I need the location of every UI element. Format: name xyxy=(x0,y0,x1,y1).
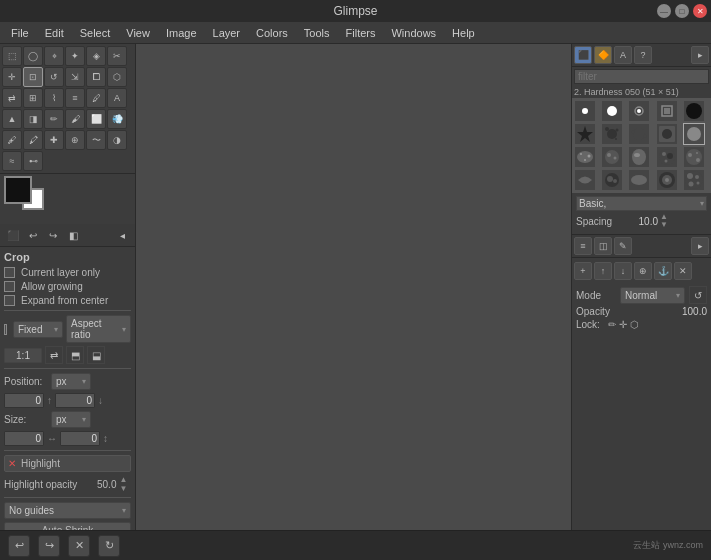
duplicate-layer-btn[interactable]: ⊕ xyxy=(634,262,652,280)
lock-alpha-icon[interactable]: ⬡ xyxy=(630,319,639,330)
tool-paths[interactable]: 🖊 xyxy=(86,88,106,108)
new-layer-btn[interactable]: + xyxy=(574,262,592,280)
brush-cell[interactable] xyxy=(601,169,623,191)
tool-shear[interactable]: ⧠ xyxy=(86,67,106,87)
delete-status-button[interactable]: ✕ xyxy=(68,535,90,557)
tool-text[interactable]: A xyxy=(107,88,127,108)
tool-eraser[interactable]: ⬜ xyxy=(86,109,106,129)
redo-button[interactable]: ↪ xyxy=(44,226,62,244)
ratio-input[interactable]: 1:1 xyxy=(4,348,42,363)
pos-y-input[interactable] xyxy=(55,393,95,408)
current-layer-checkbox[interactable] xyxy=(4,267,15,278)
brush-cell[interactable] xyxy=(601,100,623,122)
brush-cell[interactable] xyxy=(656,169,678,191)
brush-cell[interactable] xyxy=(683,146,705,168)
menu-file[interactable]: File xyxy=(4,25,36,41)
tool-perspective[interactable]: ⬡ xyxy=(107,67,127,87)
pos-x-input[interactable] xyxy=(4,393,44,408)
lock-pixels-icon[interactable]: ✏ xyxy=(608,319,616,330)
canvas-area[interactable] xyxy=(136,44,571,530)
paths-icon-btn[interactable]: ✎ xyxy=(614,237,632,255)
tool-mybrush[interactable]: 🖍 xyxy=(23,130,43,150)
delete-layer-btn[interactable]: ✕ xyxy=(674,262,692,280)
tool-clone[interactable]: ⊕ xyxy=(65,130,85,150)
brushes-icon-btn[interactable]: ⬛ xyxy=(574,46,592,64)
tool-flip[interactable]: ⇄ xyxy=(2,88,22,108)
brush-cell-selected[interactable] xyxy=(683,123,705,145)
maximize-button[interactable]: □ xyxy=(675,4,689,18)
redo-status-button[interactable]: ↪ xyxy=(38,535,60,557)
category-dropdown[interactable]: Basic, ▾ xyxy=(576,196,707,211)
fonts-icon-btn[interactable]: A xyxy=(614,46,632,64)
lock-position-icon[interactable]: ✛ xyxy=(619,319,627,330)
menu-select[interactable]: Select xyxy=(73,25,118,41)
anchor-layer-btn[interactable]: ⚓ xyxy=(654,262,672,280)
brush-cell[interactable] xyxy=(683,100,705,122)
tool-ink[interactable]: 🖋 xyxy=(2,130,22,150)
brush-cell[interactable] xyxy=(574,123,596,145)
brush-cell[interactable] xyxy=(574,146,596,168)
display-button[interactable]: ◧ xyxy=(64,226,82,244)
tool-airbrush[interactable]: 💨 xyxy=(107,109,127,129)
tool-bucket-fill[interactable]: ▲ xyxy=(2,109,22,129)
tool-heal[interactable]: ✚ xyxy=(44,130,64,150)
brush-cell[interactable] xyxy=(601,123,623,145)
brush-cell[interactable] xyxy=(656,100,678,122)
right-panel-expand[interactable]: ▸ xyxy=(691,46,709,64)
brush-cell[interactable] xyxy=(683,169,705,191)
restore-colors-button[interactable]: ⬛ xyxy=(4,226,22,244)
tool-rotate[interactable]: ↺ xyxy=(44,67,64,87)
size-h-input[interactable] xyxy=(60,431,100,446)
brush-cell[interactable] xyxy=(628,123,650,145)
mode-reset-btn[interactable]: ↺ xyxy=(689,286,707,304)
channels-icon-btn[interactable]: ◫ xyxy=(594,237,612,255)
brush-cell[interactable] xyxy=(601,146,623,168)
menu-colors[interactable]: Colors xyxy=(249,25,295,41)
portrait-button[interactable]: ⬒ xyxy=(66,346,84,364)
brush-cell[interactable] xyxy=(628,169,650,191)
fixed-dropdown[interactable]: Fixed ▾ xyxy=(13,321,63,338)
allow-growing-checkbox[interactable] xyxy=(4,281,15,292)
tool-scale[interactable]: ⇲ xyxy=(65,67,85,87)
tool-blend[interactable]: ◨ xyxy=(23,109,43,129)
tool-warp[interactable]: ⌇ xyxy=(44,88,64,108)
tool-select-by-color[interactable]: ◈ xyxy=(86,46,106,66)
tool-cage[interactable]: ⊞ xyxy=(23,88,43,108)
autoshrink-button[interactable]: Auto Shrink xyxy=(4,522,131,530)
menu-image[interactable]: Image xyxy=(159,25,204,41)
tool-dodge[interactable]: ◑ xyxy=(107,130,127,150)
aspect-ratio-dropdown[interactable]: Aspect ratio ▾ xyxy=(66,315,131,343)
tool-color-select[interactable]: ≈ xyxy=(2,151,22,171)
tool-move[interactable]: ✛ xyxy=(2,67,22,87)
tool-lasso[interactable]: ⌖ xyxy=(44,46,64,66)
tool-crop[interactable]: ⊡ xyxy=(23,67,43,87)
info-icon-btn[interactable]: ? xyxy=(634,46,652,64)
landscape-button[interactable]: ⬓ xyxy=(87,346,105,364)
menu-view[interactable]: View xyxy=(119,25,157,41)
expand-center-checkbox[interactable] xyxy=(4,295,15,306)
rotate-status-button[interactable]: ↻ xyxy=(98,535,120,557)
brush-cell[interactable] xyxy=(574,169,596,191)
size-w-input[interactable] xyxy=(4,431,44,446)
brush-cell[interactable] xyxy=(656,146,678,168)
tool-paintbrush[interactable]: 🖌 xyxy=(65,109,85,129)
menu-filters[interactable]: Filters xyxy=(339,25,383,41)
brush-filter-input[interactable] xyxy=(574,69,709,84)
guides-dropdown[interactable]: No guides ▾ xyxy=(4,502,131,519)
fixed-checkbox[interactable] xyxy=(4,324,7,335)
brush-cell[interactable] xyxy=(628,100,650,122)
tool-rect-select[interactable]: ⬚ xyxy=(2,46,22,66)
size-unit-dropdown[interactable]: px ▾ xyxy=(51,411,91,428)
mode-dropdown[interactable]: Normal ▾ xyxy=(620,287,685,304)
layer-expand-btn[interactable]: ▸ xyxy=(691,237,709,255)
tool-fuzzy-select[interactable]: ✦ xyxy=(65,46,85,66)
menu-layer[interactable]: Layer xyxy=(206,25,248,41)
brush-cell[interactable] xyxy=(656,123,678,145)
close-button[interactable]: ✕ xyxy=(693,4,707,18)
brush-cell[interactable] xyxy=(628,146,650,168)
raise-layer-btn[interactable]: ↑ xyxy=(594,262,612,280)
position-unit-dropdown[interactable]: px ▾ xyxy=(51,373,91,390)
collapse-button[interactable]: ◂ xyxy=(113,226,131,244)
undo-button[interactable]: ↩ xyxy=(24,226,42,244)
menu-windows[interactable]: Windows xyxy=(384,25,443,41)
